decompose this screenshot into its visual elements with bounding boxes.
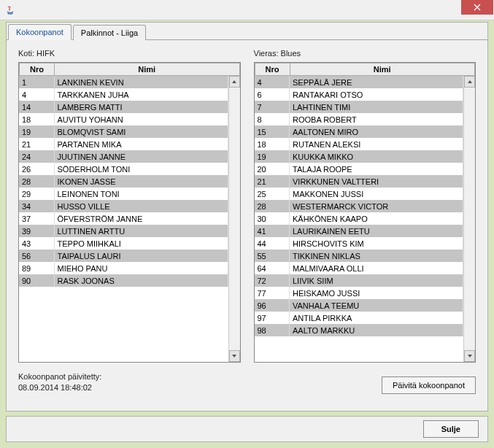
table-row[interactable]: 89MIEHO PANU: [19, 262, 228, 274]
cell-nro: 28: [19, 175, 54, 188]
table-row[interactable]: 34HUSSO VILLE: [19, 200, 228, 212]
cell-nimi: RASK JOONAS: [54, 274, 228, 287]
table-row[interactable]: 20TALAJA ROOPE: [255, 163, 463, 175]
table-row[interactable]: 39LUTTINEN ARTTU: [19, 225, 228, 237]
table-row[interactable]: 21VIRKKUNEN VALTTERI: [255, 175, 463, 188]
cell-nimi: RUTANEN ALEKSI: [290, 138, 463, 150]
cell-nimi: IKONEN JASSE: [54, 175, 228, 188]
cell-nro: 55: [255, 250, 290, 262]
cell-nimi: AUVITU YOHANN: [54, 113, 228, 125]
tabpanel-kokoonpanot: Koti: HIFK Nro Nimi 1LANKINEN KEVIN4TARK…: [7, 40, 487, 411]
scroll-up-icon[interactable]: [229, 76, 240, 88]
table-row[interactable]: 98AALTO MARKKU: [255, 324, 463, 336]
tab-palkinnot[interactable]: Palkinnot - Liiga: [73, 25, 146, 40]
cell-nro: 29: [19, 188, 54, 200]
table-row[interactable]: 6RANTAKARI OTSO: [255, 88, 463, 101]
cell-nro: 24: [19, 150, 54, 163]
cell-nro: 6: [255, 88, 290, 101]
cell-nro: 8: [255, 113, 290, 125]
scroll-down-icon[interactable]: [229, 350, 240, 362]
cell-nimi: SÖDERHOLM TONI: [54, 163, 228, 175]
table-row[interactable]: 18RUTANEN ALEKSI: [255, 138, 463, 150]
cell-nimi: MIEHO PANU: [54, 262, 228, 274]
table-row[interactable]: 15AALTONEN MIRO: [255, 125, 463, 138]
home-tbody: 1LANKINEN KEVIN4TARKKANEN JUHA14LAMBERG …: [19, 76, 228, 287]
table-row[interactable]: 26SÖDERHOLM TONI: [19, 163, 228, 175]
cell-nimi: LAURIKAINEN EETU: [290, 225, 463, 237]
scroll-up-icon[interactable]: [464, 76, 475, 88]
table-row[interactable]: 30KÄHKÖNEN KAAPO: [255, 212, 463, 225]
table-row[interactable]: 7LAHTINEN TIMI: [255, 101, 463, 113]
scroll-down-icon[interactable]: [464, 350, 475, 362]
table-row[interactable]: 18AUVITU YOHANN: [19, 113, 228, 125]
cell-nro: 89: [19, 262, 54, 274]
table-row[interactable]: 19BLOMQVIST SAMI: [19, 125, 228, 138]
cell-nro: 96: [255, 299, 290, 312]
table-row[interactable]: 97ANTILA PIRKKA: [255, 312, 463, 324]
window-close-button[interactable]: [461, 0, 493, 15]
table-row[interactable]: 90RASK JOONAS: [19, 274, 228, 287]
home-column: Koti: HIFK Nro Nimi 1LANKINEN KEVIN4TARK…: [18, 49, 241, 363]
table-row[interactable]: 64MALMIVAARA OLLI: [255, 262, 463, 274]
table-row[interactable]: 44HIRSCHOVITS KIM: [255, 237, 463, 250]
cell-nimi: MAKKONEN JUSSI: [290, 188, 463, 200]
away-scrollbar[interactable]: [463, 76, 475, 362]
table-row[interactable]: 29LEINONEN TONI: [19, 188, 228, 200]
table-row[interactable]: 56TAIPALUS LAURI: [19, 250, 228, 262]
refresh-button[interactable]: Päivitä kokoonpanot: [382, 376, 476, 394]
cell-nimi: KÄHKÖNEN KAAPO: [290, 212, 463, 225]
cell-nro: 21: [19, 138, 54, 150]
window-titlebar: [0, 0, 494, 20]
cell-nimi: HUSSO VILLE: [54, 200, 228, 212]
table-row[interactable]: 43TEPPO MIIHKALI: [19, 237, 228, 250]
table-row[interactable]: 1LANKINEN KEVIN: [19, 76, 228, 88]
cell-nro: 26: [19, 163, 54, 175]
table-row[interactable]: 25MAKKONEN JUSSI: [255, 188, 463, 200]
bottom-bar: Sulje: [6, 416, 488, 442]
cell-nro: 7: [255, 101, 290, 113]
table-row[interactable]: 72LIIVIK SIIM: [255, 274, 463, 287]
close-button[interactable]: Sulje: [423, 420, 479, 438]
cell-nimi: TAIPALUS LAURI: [54, 250, 228, 262]
away-column: Vieras: Blues Nro Nimi 4SEPPÄLÄ JERE6RAN…: [254, 49, 476, 363]
home-scrollbar[interactable]: [228, 76, 240, 362]
table-row[interactable]: 4TARKKANEN JUHA: [19, 88, 228, 101]
cell-nimi: LEINONEN TONI: [54, 188, 228, 200]
cell-nro: 20: [255, 163, 290, 175]
home-header-nimi[interactable]: Nimi: [55, 63, 240, 76]
table-row[interactable]: 77HEISKAMO JUSSI: [255, 287, 463, 299]
table-row[interactable]: 96VANHALA TEEMU: [255, 299, 463, 312]
table-row[interactable]: 41LAURIKAINEN EETU: [255, 225, 463, 237]
cell-nimi: JUUTINEN JANNE: [54, 150, 228, 163]
table-row[interactable]: 14LAMBERG MATTI: [19, 101, 228, 113]
cell-nimi: ANTILA PIRKKA: [290, 312, 463, 324]
table-row[interactable]: 19KUUKKA MIKKO: [255, 150, 463, 163]
table-row[interactable]: 8ROOBA ROBERT: [255, 113, 463, 125]
table-row[interactable]: 28WESTERMARCK VICTOR: [255, 200, 463, 212]
cell-nro: 18: [255, 138, 290, 150]
away-header-nro[interactable]: Nro: [255, 63, 290, 76]
cell-nro: 43: [19, 237, 54, 250]
tab-kokoonpanot[interactable]: Kokoonpanot: [8, 24, 72, 40]
table-row[interactable]: 24JUUTINEN JANNE: [19, 150, 228, 163]
cell-nimi: VIRKKUNEN VALTTERI: [290, 175, 463, 188]
cell-nimi: TIKKINEN NIKLAS: [290, 250, 463, 262]
cell-nro: 1: [19, 76, 54, 88]
cell-nimi: RANTAKARI OTSO: [290, 88, 463, 101]
cell-nro: 25: [255, 188, 290, 200]
away-label: Vieras: Blues: [254, 49, 476, 58]
table-row[interactable]: 55TIKKINEN NIKLAS: [255, 250, 463, 262]
cell-nro: 30: [255, 212, 290, 225]
cell-nro: 14: [19, 101, 54, 113]
cell-nimi: MALMIVAARA OLLI: [290, 262, 463, 274]
cell-nimi: VANHALA TEEMU: [290, 299, 463, 312]
cell-nimi: AALTONEN MIRO: [290, 125, 463, 138]
cell-nimi: TALAJA ROOPE: [290, 163, 463, 175]
home-header-nro[interactable]: Nro: [20, 63, 55, 76]
table-row[interactable]: 4SEPPÄLÄ JERE: [255, 76, 463, 88]
main-panel: Kokoonpanot Palkinnot - Liiga Koti: HIFK…: [6, 22, 488, 412]
away-header-nimi[interactable]: Nimi: [290, 63, 475, 76]
table-row[interactable]: 28IKONEN JASSE: [19, 175, 228, 188]
table-row[interactable]: 37ÖFVERSTRÖM JANNE: [19, 212, 228, 225]
table-row[interactable]: 21PARTANEN MIKA: [19, 138, 228, 150]
